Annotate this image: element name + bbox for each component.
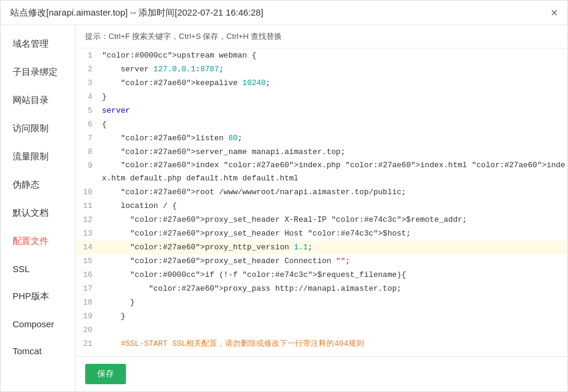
table-row: 6{ (76, 117, 567, 131)
table-row: 10 "color:#27ae60">root /www/wwwroot/nar… (76, 185, 567, 199)
code-table: 1"color:#0000cc">upstream webman {2 serv… (76, 49, 567, 351)
save-button[interactable]: 保存 (85, 364, 126, 384)
table-row: 5server (76, 104, 567, 117)
window: 站点修改[narapi.aimaster.top] -- 添加时间[2022-0… (0, 0, 568, 392)
sidebar-item-php[interactable]: PHP版本 (1, 282, 75, 310)
hint-bar: 提示：Ctrl+F 搜索关键字，Ctrl+S 保存，Ctrl+H 查找替换 (76, 25, 567, 49)
table-row: 14 "color:#27ae60">proxy_http_version 1.… (76, 240, 567, 254)
table-row: 7 "color:#27ae60">listen 80; (76, 131, 567, 145)
table-row: 3 "color:#27ae60">keepalive 10240; (76, 76, 567, 90)
table-row: 21 #SSL-START SSL相关配置，请勿删除或修改下一行带注释的404规… (76, 337, 567, 351)
sidebar-item-tomcat[interactable]: Tomcat (1, 337, 75, 364)
sidebar-item-composer[interactable]: Composer (1, 310, 75, 337)
title-bar: 站点修改[narapi.aimaster.top] -- 添加时间[2022-0… (1, 1, 567, 25)
sidebar-item-subdir[interactable]: 子目录绑定 (1, 58, 75, 86)
close-button[interactable]: × (551, 7, 558, 19)
sidebar: 域名管理子目录绑定网站目录访问限制流量限制伪静态默认文档配置文件SSLPHP版本… (1, 25, 76, 391)
table-row: 19 } (76, 309, 567, 323)
table-row: 9 "color:#27ae60">index "color:#27ae60">… (76, 159, 567, 185)
code-editor[interactable]: 1"color:#0000cc">upstream webman {2 serv… (76, 49, 567, 356)
sidebar-item-domain[interactable]: 域名管理 (1, 30, 75, 58)
main-layout: 域名管理子目录绑定网站目录访问限制流量限制伪静态默认文档配置文件SSLPHP版本… (1, 25, 567, 391)
save-bar: 保存 (76, 356, 567, 391)
table-row: 2 server 127.0.0.1:8787; (76, 62, 567, 76)
table-row: 11 location / { (76, 199, 567, 213)
sidebar-item-traffic[interactable]: 流量限制 (1, 143, 75, 171)
sidebar-item-pseudostatic[interactable]: 伪静态 (1, 171, 75, 199)
table-row: 17 "color:#27ae60">proxy_pass http://man… (76, 282, 567, 295)
sidebar-item-ssl[interactable]: SSL (1, 255, 75, 282)
sidebar-item-access[interactable]: 访问限制 (1, 114, 75, 143)
content-area: 提示：Ctrl+F 搜索关键字，Ctrl+S 保存，Ctrl+H 查找替换 1"… (76, 25, 567, 391)
sidebar-item-defaultdoc[interactable]: 默认文档 (1, 199, 75, 227)
table-row: 12 "color:#27ae60">proxy_set_header X-Re… (76, 213, 567, 227)
table-row: 13 "color:#27ae60">proxy_set_header Host… (76, 227, 567, 240)
table-row: 4} (76, 90, 567, 104)
table-row: 1"color:#0000cc">upstream webman { (76, 49, 567, 62)
table-row: 15 "color:#27ae60">proxy_set_header Conn… (76, 254, 567, 268)
sidebar-item-sitedir[interactable]: 网站目录 (1, 86, 75, 114)
table-row: 8 "color:#27ae60">server_name manapi.aim… (76, 145, 567, 159)
table-row: 16 "color:#0000cc">if (!-f "color:#e74c3… (76, 268, 567, 282)
sidebar-item-config[interactable]: 配置文件 (1, 227, 75, 255)
table-row: 18 } (76, 295, 567, 309)
table-row: 20 (76, 323, 567, 337)
window-title: 站点修改[narapi.aimaster.top] -- 添加时间[2022-0… (10, 7, 263, 19)
